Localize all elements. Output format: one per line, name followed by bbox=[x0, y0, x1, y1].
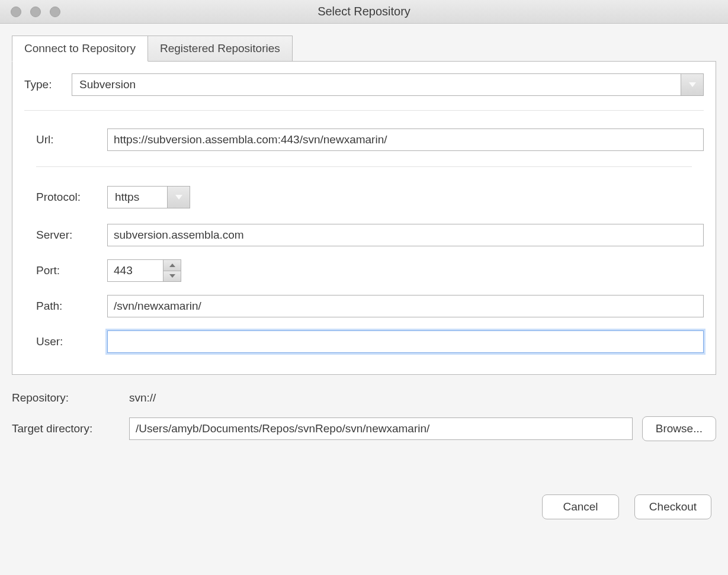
dialog-footer: Cancel Checkout bbox=[12, 453, 716, 519]
divider bbox=[24, 110, 704, 111]
type-label: Type: bbox=[24, 78, 72, 91]
stepper-up-icon[interactable] bbox=[163, 260, 181, 271]
dialog-content: Connect to Repository Registered Reposit… bbox=[0, 24, 728, 531]
svg-marker-0 bbox=[689, 82, 696, 87]
server-input[interactable] bbox=[107, 224, 704, 246]
svg-marker-1 bbox=[175, 195, 182, 200]
zoom-window-button[interactable] bbox=[50, 7, 60, 17]
user-input[interactable] bbox=[107, 330, 704, 353]
url-input[interactable] bbox=[107, 129, 704, 151]
window-title: Select Repository bbox=[0, 5, 728, 18]
browse-button[interactable]: Browse... bbox=[642, 416, 716, 441]
repository-label: Repository: bbox=[12, 391, 129, 404]
titlebar: Select Repository bbox=[0, 0, 728, 24]
chevron-down-icon bbox=[167, 187, 190, 208]
connect-panel: Type: Subversion Url: Protocol: https bbox=[12, 61, 716, 375]
port-stepper[interactable]: 443 bbox=[107, 259, 181, 282]
url-label: Url: bbox=[36, 133, 107, 146]
path-input[interactable] bbox=[107, 295, 704, 317]
tab-connect-to-repository[interactable]: Connect to Repository bbox=[12, 36, 148, 62]
path-label: Path: bbox=[36, 300, 107, 313]
cancel-button[interactable]: Cancel bbox=[542, 494, 619, 519]
checkout-button[interactable]: Checkout bbox=[634, 494, 711, 519]
port-value: 443 bbox=[108, 260, 163, 281]
tab-registered-repositories[interactable]: Registered Repositories bbox=[148, 36, 293, 62]
protocol-dropdown-value: https bbox=[108, 187, 167, 208]
chevron-down-icon bbox=[681, 74, 703, 95]
stepper-down-icon[interactable] bbox=[163, 271, 181, 282]
target-directory-input[interactable] bbox=[129, 417, 633, 440]
close-window-button[interactable] bbox=[11, 7, 21, 17]
divider bbox=[36, 166, 692, 167]
type-dropdown-value: Subversion bbox=[72, 74, 681, 95]
port-label: Port: bbox=[36, 264, 107, 277]
protocol-dropdown[interactable]: https bbox=[107, 186, 190, 208]
minimize-window-button[interactable] bbox=[30, 7, 41, 17]
window-controls bbox=[0, 7, 60, 17]
server-label: Server: bbox=[36, 229, 107, 242]
protocol-label: Protocol: bbox=[36, 191, 107, 204]
type-dropdown[interactable]: Subversion bbox=[72, 73, 704, 96]
svg-marker-2 bbox=[169, 264, 175, 267]
svg-marker-3 bbox=[169, 274, 175, 278]
user-label: User: bbox=[36, 335, 107, 348]
target-directory-label: Target directory: bbox=[12, 422, 129, 435]
repository-value: svn:// bbox=[129, 391, 156, 404]
tabs: Connect to Repository Registered Reposit… bbox=[12, 36, 716, 62]
